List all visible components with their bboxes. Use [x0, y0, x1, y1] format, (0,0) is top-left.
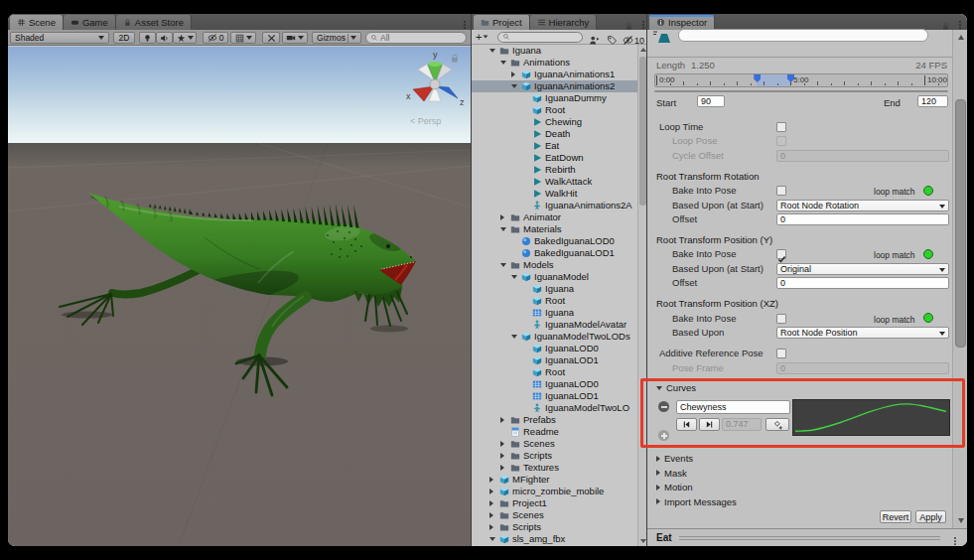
tree-item-iguanamodeltwolods[interactable]: IguanaModelTwoLODs	[472, 331, 637, 343]
dropdown[interactable]: Root Node Position	[776, 327, 949, 339]
lock-icon[interactable]	[941, 17, 950, 35]
foldout-import-messages[interactable]: Import Messages	[656, 496, 737, 507]
tree-item-root[interactable]: Root	[472, 295, 637, 307]
dropdown[interactable]: Original	[776, 263, 949, 275]
curve-time-field[interactable]: 0.747	[722, 418, 762, 431]
scene-viewport[interactable]: y x z < Persp	[8, 47, 471, 546]
preview-drag-handle[interactable]	[679, 536, 940, 540]
preview-menu-icon[interactable]	[950, 532, 960, 546]
curves-foldout[interactable]: Curves	[656, 382, 696, 393]
expander-open-icon[interactable]	[500, 263, 506, 267]
tree-item-iguanalod1[interactable]: IguanaLOD1	[472, 390, 637, 402]
tree-item-animator[interactable]: Animator	[472, 211, 637, 223]
tree-item-textures[interactable]: Textures	[472, 462, 637, 474]
tree-item-scenes[interactable]: Scenes	[472, 509, 637, 521]
apply-button[interactable]: Apply	[915, 510, 946, 523]
inspector-scrollbar[interactable]	[952, 30, 967, 528]
revert-button[interactable]: Revert	[880, 510, 911, 523]
tree-item-iguanaanimations1[interactable]: IguanaAnimations1	[472, 69, 637, 80]
preview-header[interactable]: Eat	[647, 528, 967, 546]
tree-item-animations[interactable]: Animations	[472, 57, 637, 69]
tree-item-iguanadummy[interactable]: IguanaDummy	[472, 92, 637, 104]
expander-closed-icon[interactable]	[500, 465, 504, 471]
tree-item-models[interactable]: Models	[472, 259, 637, 271]
clip-name-field[interactable]	[678, 29, 928, 42]
tree-item-iguanamodeltwolo[interactable]: IguanaModelTwoLO	[472, 402, 637, 414]
tree-item-prefabs[interactable]: Prefabs	[472, 414, 637, 426]
expander-closed-icon[interactable]	[500, 453, 504, 459]
tools-button[interactable]	[262, 32, 280, 44]
tree-item-death[interactable]: Death	[472, 128, 637, 140]
tree-item-readme[interactable]: Readme	[472, 426, 637, 438]
value-field[interactable]: 0	[776, 362, 949, 374]
tree-item-rebirth[interactable]: Rebirth	[472, 164, 637, 176]
checkbox[interactable]	[776, 136, 786, 146]
checkbox[interactable]	[776, 349, 786, 358]
foldout-mask[interactable]: Mask	[656, 468, 687, 479]
tab-hierarchy[interactable]: Hierarchy	[530, 15, 598, 30]
expander-closed-icon[interactable]	[489, 500, 493, 506]
curve-preview[interactable]	[792, 399, 950, 436]
camera-dropdown[interactable]	[282, 32, 308, 44]
tree-item-iguanaanimations2a[interactable]: IguanaAnimations2A	[472, 200, 637, 211]
tree-item-iguanaanimations2[interactable]: IguanaAnimations2	[472, 80, 637, 92]
tree-item-chewing[interactable]: Chewing	[472, 116, 637, 128]
tree-item-eat[interactable]: Eat	[472, 140, 637, 152]
iguana-model[interactable]: y x z	[8, 47, 471, 546]
expander-closed-icon[interactable]	[500, 441, 504, 447]
goto-end-button[interactable]	[699, 418, 720, 431]
remove-curve-button[interactable]	[658, 401, 669, 412]
tab-scene[interactable]: Scene	[10, 15, 64, 30]
checkbox[interactable]	[776, 186, 786, 196]
tree-item-materials[interactable]: Materials	[472, 223, 637, 235]
expander-closed-icon[interactable]	[489, 489, 493, 494]
value-field[interactable]: 0	[776, 213, 949, 225]
expander-open-icon[interactable]	[489, 537, 495, 541]
create-asset-button[interactable]: +	[476, 31, 488, 43]
scroll-down-icon[interactable]	[958, 518, 964, 523]
tree-item-scripts[interactable]: Scripts	[472, 521, 637, 533]
hidden-objects-toggle[interactable]: 0	[203, 32, 228, 44]
lighting-toggle[interactable]	[139, 32, 156, 44]
tab-game[interactable]: Game	[64, 15, 116, 30]
tree-item-sls_amg_fbx[interactable]: sls_amg_fbx	[472, 533, 637, 545]
tree-item-eatdown[interactable]: EatDown	[472, 152, 637, 164]
scrollbar-thumb[interactable]	[639, 57, 646, 206]
expander-open-icon[interactable]	[500, 227, 506, 231]
tree-item-iguana[interactable]: Iguana	[472, 45, 637, 57]
tree-item-root[interactable]: Root	[472, 366, 637, 378]
curve-name-field[interactable]: Chewyness	[676, 400, 790, 414]
tree-item-micro_zombie_mobile[interactable]: micro_zombie_mobile	[472, 486, 637, 497]
checkbox[interactable]	[776, 314, 786, 324]
tree-item-iguana[interactable]: Iguana	[472, 307, 637, 319]
expander-closed-icon[interactable]	[489, 477, 493, 483]
tree-item-mfighter[interactable]: MFighter	[472, 474, 637, 486]
tree-item-iguana[interactable]: Iguana	[472, 283, 637, 295]
tree-item-root[interactable]: Root	[472, 104, 637, 116]
project-search-input[interactable]	[497, 32, 583, 43]
tree-item-bakediguanalod0[interactable]: BakedIguanaLOD0	[472, 235, 637, 247]
value-field[interactable]: 0	[776, 150, 949, 162]
add-curve-button[interactable]	[658, 430, 669, 441]
expander-closed-icon[interactable]	[489, 512, 493, 518]
tab-asset-store[interactable]: Asset Store	[116, 15, 192, 30]
persp-label[interactable]: < Persp	[410, 116, 441, 126]
2d-toggle[interactable]: 2D	[113, 32, 135, 44]
tree-item-walkhit[interactable]: WalkHit	[472, 188, 637, 200]
grid-dropdown[interactable]	[230, 32, 256, 44]
expander-open-icon[interactable]	[500, 61, 506, 65]
expander-closed-icon[interactable]	[500, 214, 504, 220]
tab-project[interactable]: Project	[474, 15, 530, 30]
effects-dropdown[interactable]	[173, 32, 197, 44]
end-field[interactable]: 120	[917, 95, 948, 107]
tree-item-iguanalod1[interactable]: IguanaLOD1	[472, 354, 637, 366]
foldout-motion[interactable]: Motion	[656, 482, 693, 492]
tree-item-iguanalod0[interactable]: IguanaLOD0	[472, 378, 637, 390]
value-field[interactable]: 0	[776, 277, 949, 289]
audio-toggle[interactable]	[156, 32, 173, 44]
expander-open-icon[interactable]	[511, 335, 517, 339]
expander-open-icon[interactable]	[489, 49, 495, 53]
expander-closed-icon[interactable]	[489, 524, 493, 530]
tree-item-iguanamodel[interactable]: IguanaModel	[472, 271, 637, 283]
tree-item-walkattack[interactable]: WalkAttack	[472, 176, 637, 188]
